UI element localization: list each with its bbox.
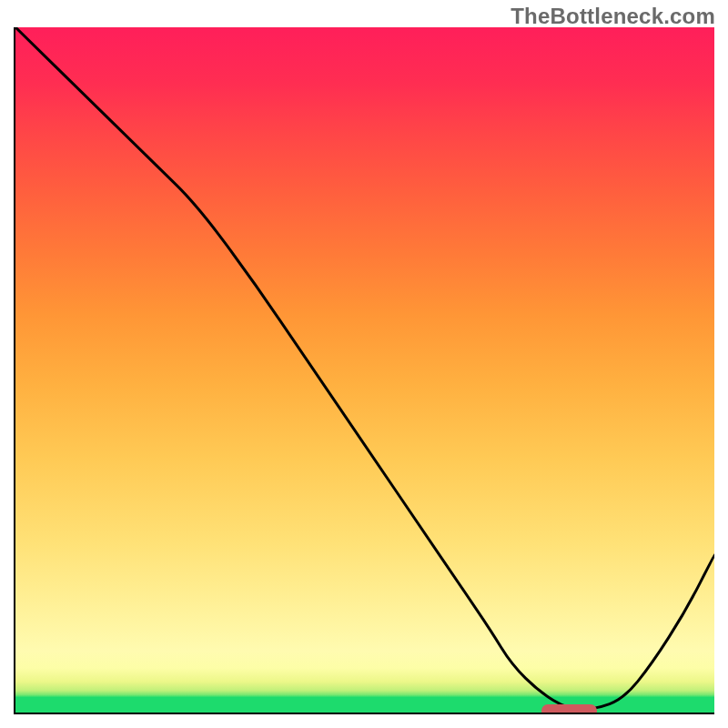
plot-area <box>14 27 714 714</box>
chart-frame: TheBottleneck.com <box>0 0 728 728</box>
attribution-text: TheBottleneck.com <box>511 4 715 29</box>
optimal-range-marker <box>541 704 598 714</box>
bottleneck-curve <box>15 27 714 713</box>
